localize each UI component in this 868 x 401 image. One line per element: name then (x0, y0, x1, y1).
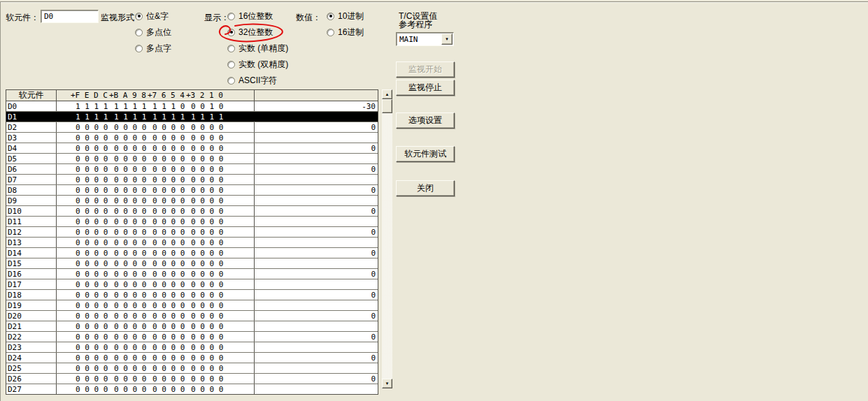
table-row[interactable]: D30 0 0 00 0 0 00 0 0 00 0 0 0 (6, 133, 378, 143)
table-row[interactable]: D180 0 0 00 0 0 00 0 0 00 0 0 00 (6, 290, 378, 300)
bit-group: 0 0 0 0 (152, 291, 187, 300)
monitor-stop-button[interactable]: 监视停止 (396, 80, 455, 96)
device-test-button[interactable]: 软元件测试 (396, 146, 455, 162)
table-row[interactable]: D50 0 0 00 0 0 00 0 0 00 0 0 0 (6, 154, 378, 164)
scrollbar-thumb[interactable] (382, 99, 392, 113)
bit-group: 0 0 0 0 (191, 270, 226, 279)
scroll-down-button[interactable]: ▼ (382, 379, 392, 388)
value-cell: 0 (255, 122, 378, 132)
device-cell: D11 (6, 217, 57, 226)
radio-decimal[interactable]: 10进制 (327, 11, 364, 21)
bit-group: 0 0 0 0 (152, 217, 187, 226)
table-vertical-scrollbar[interactable]: ▲ ▼ (382, 89, 392, 388)
value-cell: 0 (255, 374, 378, 384)
radio-icon (135, 29, 143, 36)
table-row[interactable]: D60 0 0 00 0 0 00 0 0 00 0 0 00 (6, 164, 378, 175)
close-button[interactable]: 关闭 (396, 180, 455, 196)
table-row[interactable]: D11 1 1 11 1 1 11 1 1 11 1 1 1 (6, 112, 378, 122)
table-row[interactable]: D150 0 0 00 0 0 00 0 0 00 0 0 0 (6, 258, 378, 269)
table-row[interactable]: D230 0 0 00 0 0 00 0 0 00 0 0 0 (6, 342, 378, 353)
bit-group: 0 0 0 0 (76, 238, 111, 247)
value-cell: 0 (255, 353, 378, 363)
bit-group: 0 0 0 0 (191, 353, 226, 363)
bit-group: 0 0 0 0 (152, 301, 187, 310)
radio-real-single[interactable]: 实数 (单精度) (227, 43, 288, 53)
value-cell: -30 (255, 101, 378, 111)
bit-group: 0 0 0 0 (76, 301, 111, 310)
table-row[interactable]: D170 0 0 00 0 0 00 0 0 00 0 0 0 (6, 279, 378, 290)
table-row[interactable]: D220 0 0 00 0 0 00 0 0 00 0 0 00 (6, 332, 378, 342)
radio-hexadecimal[interactable]: 16进制 (327, 27, 364, 37)
table-row[interactable]: D20 0 0 00 0 0 00 0 0 00 0 0 00 (6, 122, 378, 133)
radio-icon (135, 45, 143, 52)
bits-cell: 0 0 0 00 0 0 00 0 0 00 0 0 0 (57, 217, 255, 226)
bits-cell: 0 0 0 00 0 0 00 0 0 00 0 0 0 (57, 342, 255, 352)
scroll-up-button[interactable]: ▲ (382, 89, 392, 99)
table-row[interactable]: D01 1 1 11 1 1 11 1 1 00 0 1 0-30 (6, 101, 378, 112)
device-cell: D3 (6, 133, 57, 143)
radio-16bit-integer[interactable]: 16位整数 (227, 11, 273, 21)
device-input[interactable]: D0 (41, 10, 99, 23)
bits-cell: 0 0 0 00 0 0 00 0 0 00 0 0 0 (57, 227, 255, 237)
option-settings-button[interactable]: 选项设置 (396, 112, 455, 129)
radio-multi-point-bit[interactable]: 多点位 (135, 27, 171, 37)
bits-cell: 0 0 0 00 0 0 00 0 0 00 0 0 0 (57, 164, 255, 174)
value-cell (255, 154, 378, 163)
bit-group: 0 0 0 0 (191, 123, 226, 132)
table-row[interactable]: D70 0 0 00 0 0 00 0 0 00 0 0 0 (6, 175, 378, 185)
bit-group: 0 0 1 0 (191, 102, 226, 111)
monitor-start-button[interactable]: 监视开始 (396, 61, 455, 78)
table-row[interactable]: D110 0 0 00 0 0 00 0 0 00 0 0 0 (6, 217, 378, 227)
table-row[interactable]: D140 0 0 00 0 0 00 0 0 00 0 0 00 (6, 248, 378, 258)
radio-multi-point-word[interactable]: 多点字 (135, 43, 171, 53)
bit-group: 0 0 0 0 (191, 165, 226, 174)
bit-group: 0 0 0 0 (152, 322, 187, 331)
device-column-header: 软元件 (6, 90, 57, 101)
table-row[interactable]: D200 0 0 00 0 0 00 0 0 00 0 0 00 (6, 311, 378, 321)
value-cell (255, 321, 378, 331)
bit-group: 0 0 0 0 (152, 133, 187, 143)
device-label: 软元件： (6, 12, 39, 24)
bits-cell: 0 0 0 00 0 0 00 0 0 00 0 0 0 (57, 279, 255, 289)
device-cell: D17 (6, 279, 57, 289)
table-row[interactable]: D120 0 0 00 0 0 00 0 0 00 0 0 00 (6, 227, 378, 238)
bit-group: 0 0 0 0 (152, 259, 187, 268)
table-row[interactable]: D250 0 0 00 0 0 00 0 0 00 0 0 0 (6, 363, 378, 374)
bit-group: 0 0 0 0 (114, 301, 149, 310)
numeric-format-label: 数值： (296, 12, 321, 24)
table-row[interactable]: D270 0 0 00 0 0 00 0 0 00 0 0 0 (6, 384, 378, 394)
bit-group: 0 0 0 0 (152, 238, 187, 247)
bit-group: 0 0 0 0 (152, 280, 187, 289)
bit-group-header: +B A 9 8 (109, 91, 144, 100)
table-row[interactable]: D190 0 0 00 0 0 00 0 0 00 0 0 0 (6, 300, 378, 311)
table-row[interactable]: D80 0 0 00 0 0 00 0 0 00 0 0 00 (6, 185, 378, 196)
table-row[interactable]: D90 0 0 00 0 0 00 0 0 00 0 0 0 (6, 196, 378, 206)
radio-icon (227, 29, 235, 36)
value-cell (255, 175, 378, 184)
bit-group: 1 1 1 1 (114, 112, 149, 122)
radio-ascii[interactable]: ASCII字符 (227, 75, 277, 85)
device-cell: D25 (6, 363, 57, 373)
device-monitor-table: 软元件 +F E D C +B A 9 8 +7 6 5 4 +3 2 1 0 … (6, 89, 378, 395)
bit-group: 0 0 0 0 (152, 249, 187, 258)
radio-real-double[interactable]: 实数 (双精度) (227, 59, 288, 69)
table-row[interactable]: D240 0 0 00 0 0 00 0 0 00 0 0 00 (6, 353, 378, 363)
table-row[interactable]: D260 0 0 00 0 0 00 0 0 00 0 0 00 (6, 374, 378, 384)
radio-bit-and-word[interactable]: 位&字 (135, 11, 169, 21)
table-row[interactable]: D160 0 0 00 0 0 00 0 0 00 0 0 00 (6, 269, 378, 279)
value-cell (255, 133, 378, 143)
tc-program-select[interactable]: MAIN ▼ (396, 32, 454, 46)
device-cell: D16 (6, 269, 57, 279)
bit-group: 0 0 0 0 (191, 133, 226, 143)
table-row[interactable]: D100 0 0 00 0 0 00 0 0 00 0 0 00 (6, 206, 378, 217)
bit-group: 0 0 0 0 (76, 364, 111, 373)
combo-dropdown-button[interactable]: ▼ (441, 34, 453, 45)
bit-group: 0 0 0 0 (191, 291, 226, 300)
bit-group: 0 0 0 0 (114, 385, 149, 394)
table-row[interactable]: D40 0 0 00 0 0 00 0 0 00 0 0 00 (6, 143, 378, 154)
table-row[interactable]: D130 0 0 00 0 0 00 0 0 00 0 0 0 (6, 238, 378, 248)
table-row[interactable]: D210 0 0 00 0 0 00 0 0 00 0 0 0 (6, 321, 378, 332)
bit-group: 1 1 1 1 (191, 112, 226, 122)
bit-group: 0 0 0 0 (152, 123, 187, 132)
radio-32bit-integer[interactable]: 32位整数 (227, 27, 273, 37)
